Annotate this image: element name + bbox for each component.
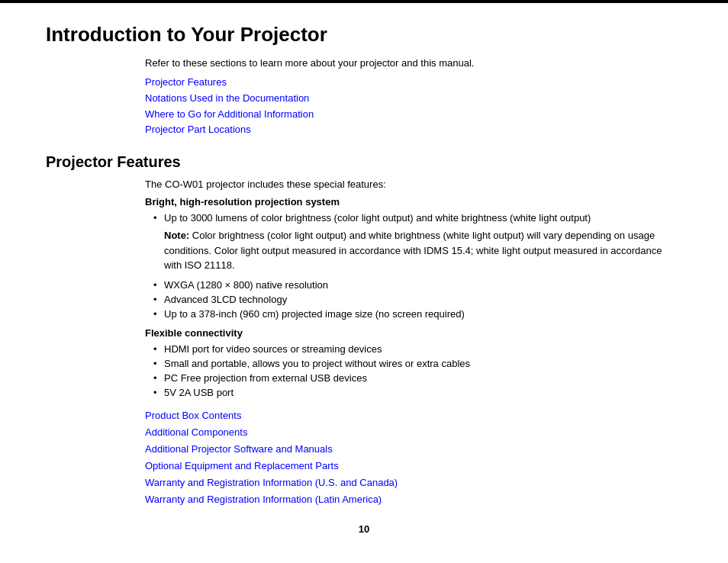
link-optional-equipment[interactable]: Optional Equipment and Replacement Parts bbox=[145, 458, 682, 475]
link-additional-components[interactable]: Additional Components bbox=[145, 424, 682, 441]
link-product-box[interactable]: Product Box Contents bbox=[145, 407, 682, 424]
link-where-to-go[interactable]: Where to Go for Additional Information bbox=[145, 107, 682, 123]
page-container: Introduction to Your Projector Refer to … bbox=[0, 0, 728, 563]
note-label: Note: bbox=[164, 230, 189, 241]
top-border bbox=[0, 0, 728, 3]
subsection1-heading: Bright, high-resolution projection syste… bbox=[145, 196, 682, 208]
link-notations[interactable]: Notations Used in the Documentation bbox=[145, 91, 682, 107]
bullet-wxga: WXGA (1280 × 800) native resolution bbox=[164, 279, 682, 291]
note-text: Color brightness (color light output) an… bbox=[164, 230, 662, 271]
intro-links-block: Projector Features Notations Used in the… bbox=[145, 75, 682, 138]
note-block: Note: Color brightness (color light outp… bbox=[164, 228, 682, 273]
bullet-usb-port: 5V 2A USB port bbox=[164, 387, 682, 398]
bullet-image-size: Up to a 378-inch (960 cm) projected imag… bbox=[164, 308, 682, 320]
page-title: Introduction to Your Projector bbox=[46, 23, 682, 47]
link-additional-software[interactable]: Additional Projector Software and Manual… bbox=[145, 441, 682, 458]
link-warranty-latin[interactable]: Warranty and Registration Information (L… bbox=[145, 491, 682, 508]
bullet-hdmi: HDMI port for video sources or streaming… bbox=[164, 343, 682, 355]
bullet-pc-free: PC Free projection from external USB dev… bbox=[164, 372, 682, 384]
link-part-locations[interactable]: Projector Part Locations bbox=[145, 122, 682, 138]
link-projector-features[interactable]: Projector Features bbox=[145, 75, 682, 91]
page-number: 10 bbox=[46, 523, 682, 535]
section1-title: Projector Features bbox=[46, 153, 682, 171]
bottom-links-block: Product Box Contents Additional Componen… bbox=[145, 407, 682, 509]
link-warranty-us[interactable]: Warranty and Registration Information (U… bbox=[145, 475, 682, 491]
subsection2-heading: Flexible connectivity bbox=[145, 327, 682, 339]
bullet-3lcd: Advanced 3LCD technology bbox=[164, 294, 682, 305]
intro-text: Refer to these sections to learn more ab… bbox=[145, 57, 682, 69]
bullet-portable: Small and portable, allows you to projec… bbox=[164, 358, 682, 369]
bullet-brightness: Up to 3000 lumens of color brightness (c… bbox=[164, 212, 682, 224]
section1-intro: The CO-W01 projector includes these spec… bbox=[145, 179, 682, 190]
content-area: Introduction to Your Projector Refer to … bbox=[0, 15, 728, 563]
